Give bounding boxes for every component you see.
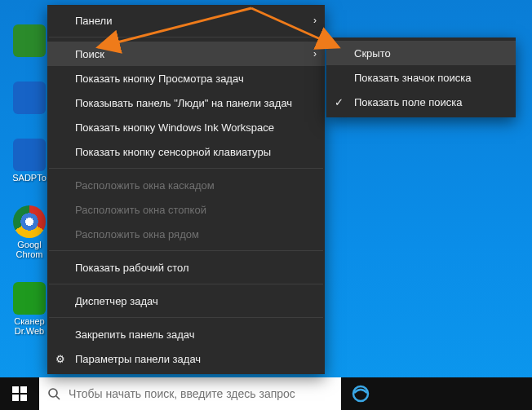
taskbar-context-menu: Панели › Поиск › Показать кнопку Просмот…	[47, 5, 325, 374]
windows-icon	[12, 386, 27, 401]
svg-line-5	[56, 396, 60, 399]
menu-item-taskbar-settings[interactable]: ⚙ Параметры панели задач	[47, 346, 325, 371]
menu-item-side-by-side: Расположить окна рядом	[47, 222, 325, 246]
menu-item-cascade: Расположить окна каскадом	[47, 173, 325, 197]
svg-rect-0	[12, 386, 19, 393]
menu-separator	[49, 250, 323, 251]
menu-item-touch-keyboard[interactable]: Показать кнопку сенсорной клавиатуры	[47, 139, 325, 164]
menu-separator	[49, 37, 323, 37]
edge-icon	[352, 385, 370, 403]
chrome-icon	[13, 205, 46, 238]
menu-label: Панели	[75, 15, 112, 27]
icon-label: Googl Chrom	[5, 240, 54, 259]
menu-item-people-bar[interactable]: Показывать панель "Люди" на панели задач	[47, 90, 325, 115]
menu-label: Показать кнопку Просмотра задач	[75, 73, 244, 85]
desktop-icon[interactable]	[5, 82, 54, 116]
menu-separator	[49, 284, 323, 284]
submenu-item-hidden[interactable]: Скрыто	[326, 41, 516, 65]
menu-item-task-manager[interactable]: Диспетчер задач	[47, 289, 325, 313]
menu-label: Показать поле поиска	[354, 96, 463, 108]
app-icon	[13, 139, 46, 171]
svg-point-4	[49, 389, 57, 397]
taskbar-search[interactable]	[39, 377, 341, 410]
svg-rect-3	[20, 395, 27, 401]
menu-label: Показать кнопку Windows Ink Workspace	[75, 121, 274, 134]
gear-icon: ⚙	[55, 353, 65, 365]
desktop-icon-sadp[interactable]: SADPTo	[5, 139, 54, 183]
chevron-right-icon: ›	[313, 15, 317, 26]
menu-label: Параметры панели задач	[75, 353, 201, 365]
menu-item-stack: Расположить окна стопкой	[47, 197, 325, 222]
icon-label: Сканер Dr.Web	[5, 316, 54, 336]
menu-separator	[49, 168, 323, 169]
app-icon	[13, 82, 46, 114]
menu-item-lock-taskbar[interactable]: Закрепить панель задач	[47, 322, 325, 346]
menu-label: Показать значок поиска	[354, 72, 472, 84]
menu-item-taskview-button[interactable]: Показать кнопку Просмотра задач	[47, 66, 325, 90]
taskbar-edge[interactable]	[341, 377, 380, 410]
svg-rect-1	[20, 386, 27, 393]
desktop-icon-chrome[interactable]: Googl Chrom	[5, 205, 54, 259]
menu-item-ink-workspace[interactable]: Показать кнопку Windows Ink Workspace	[47, 115, 325, 139]
check-icon: ✓	[335, 96, 344, 108]
menu-item-panels[interactable]: Панели ›	[47, 8, 325, 33]
menu-separator	[49, 317, 323, 318]
menu-item-show-desktop[interactable]: Показать рабочий стол	[47, 255, 325, 280]
menu-label: Расположить окна каскадом	[75, 179, 215, 192]
search-submenu: Скрыто Показать значок поиска ✓ Показать…	[326, 37, 516, 117]
svg-rect-2	[12, 395, 19, 401]
submenu-item-show-icon[interactable]: Показать значок поиска	[326, 65, 516, 90]
search-input[interactable]	[69, 387, 341, 400]
start-button[interactable]	[0, 377, 39, 410]
menu-label: Показать кнопку сенсорной клавиатуры	[75, 146, 271, 158]
menu-label: Поиск	[75, 48, 104, 60]
taskbar	[0, 377, 532, 410]
desktop-icon-drweb[interactable]: Сканер Dr.Web	[5, 282, 54, 336]
menu-label: Расположить окна рядом	[75, 228, 199, 240]
menu-label: Показать рабочий стол	[75, 262, 188, 274]
menu-label: Показывать панель "Люди" на панели задач	[75, 97, 292, 109]
menu-label: Расположить окна стопкой	[75, 204, 206, 216]
app-icon	[13, 24, 46, 57]
desktop-icon[interactable]	[5, 24, 54, 59]
chevron-right-icon: ›	[313, 48, 317, 60]
menu-item-search[interactable]: Поиск ›	[47, 42, 325, 66]
desktop-icons: SADPTo Googl Chrom Сканер Dr.Web	[5, 24, 54, 336]
menu-label: Диспетчер задач	[75, 295, 158, 307]
submenu-item-show-box[interactable]: ✓ Показать поле поиска	[326, 90, 516, 114]
menu-label: Закрепить панель задач	[75, 328, 195, 341]
search-icon	[39, 387, 69, 400]
icon-label: SADPTo	[12, 173, 47, 183]
menu-label: Скрыто	[354, 47, 391, 60]
spider-icon	[13, 282, 46, 315]
svg-point-6	[353, 386, 368, 401]
